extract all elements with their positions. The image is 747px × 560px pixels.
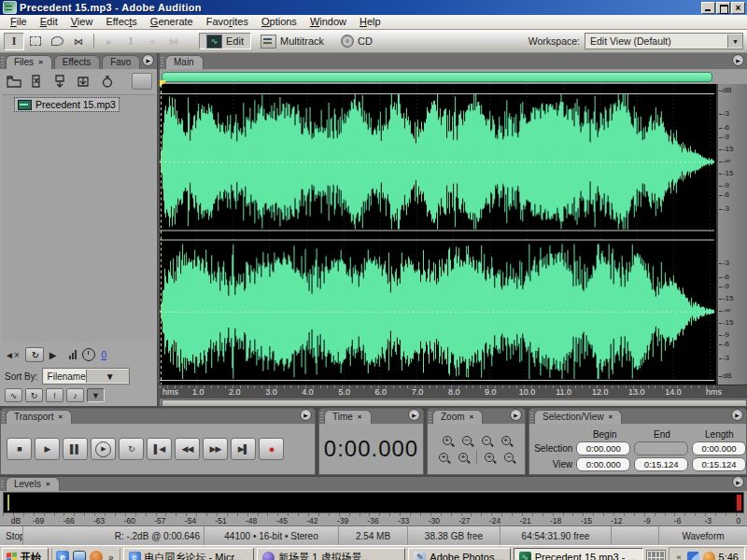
internet-explorer-icon[interactable]: e	[56, 551, 69, 560]
close-icon[interactable]: ×	[38, 59, 43, 66]
network-tray-icon[interactable]	[687, 552, 699, 560]
panel-menu-icon[interactable]: ▶	[510, 409, 522, 421]
go-to-beginning-button[interactable]: ▌◀	[147, 438, 172, 460]
filter-eye-button[interactable]: ▼	[87, 388, 105, 402]
restore-button[interactable]	[716, 2, 730, 14]
rewind-button[interactable]: ◀◀	[175, 438, 200, 460]
lasso-selection-tool-button[interactable]	[47, 33, 67, 50]
selection-field[interactable]	[634, 441, 688, 455]
scheduler-tray-icon[interactable]	[703, 552, 715, 560]
go-to-end-button[interactable]: ▶▌	[231, 438, 256, 460]
menu-file[interactable]: File	[4, 15, 34, 29]
close-icon[interactable]: ×	[46, 481, 50, 488]
show-midi-files-button[interactable]: ♪	[66, 388, 84, 402]
zoom-in-horizontally-button[interactable]: +	[438, 433, 456, 448]
insert-into-cd-project-button[interactable]	[75, 73, 93, 90]
tab-files[interactable]: Files×	[6, 55, 52, 69]
file-item-selected[interactable]: Precedent 15.mp3	[15, 98, 119, 111]
tab-selectionview[interactable]: Selection/View×	[534, 410, 622, 424]
tab-levels[interactable]: Levels×	[6, 477, 60, 491]
amplitude-ruler[interactable]: dB-3-3-6-6-9-9-15-15-∞-3-3-6-6-9-9-15-15…	[716, 84, 747, 385]
tab-effects[interactable]: Effects	[54, 55, 100, 69]
workspace-select[interactable]: Edit View (Default) ▼	[585, 33, 743, 49]
media-player-icon[interactable]	[90, 551, 103, 560]
zoom-in-to-right-edge-button[interactable]: +	[455, 450, 472, 465]
fast-forward-button[interactable]: ▶▶	[203, 438, 228, 460]
show-loop-files-button[interactable]: ↻	[25, 388, 43, 402]
close-icon[interactable]: ×	[470, 413, 474, 421]
view-field[interactable]: 0:00.000	[576, 457, 630, 471]
panel-menu-icon[interactable]: ▶	[731, 409, 743, 421]
zoom-out-horizontally-button[interactable]: −	[458, 433, 475, 448]
volume-bars-icon[interactable]	[69, 350, 77, 359]
menu-effects[interactable]: Effects	[99, 15, 143, 29]
menu-help[interactable]: Help	[353, 15, 388, 29]
menu-view[interactable]: View	[64, 15, 100, 29]
close-icon[interactable]: ×	[608, 413, 613, 421]
menu-favorites[interactable]: Favorites	[200, 15, 255, 29]
horizontal-scrollbar[interactable]	[160, 399, 747, 406]
record-button[interactable]: ●	[259, 438, 284, 460]
chevron-down-icon[interactable]: ▼	[86, 370, 129, 383]
panel-menu-icon[interactable]: ▶	[300, 409, 312, 421]
marquee-selection-tool-button[interactable]	[25, 33, 46, 50]
close-button[interactable]: ×	[731, 2, 745, 14]
edit-view-button[interactable]: ∿ Edit	[199, 33, 251, 49]
record-timer-button[interactable]	[98, 73, 117, 90]
selection-field[interactable]: 0:00.000	[692, 441, 746, 455]
time-selection-tool-button[interactable]: I	[4, 33, 24, 50]
stop-button[interactable]: ■	[7, 438, 32, 460]
advanced-options-button[interactable]	[132, 73, 152, 90]
show-desktop-icon[interactable]	[73, 551, 86, 560]
menu-edit[interactable]: Edit	[34, 15, 64, 29]
preview-play-button[interactable]: ▶	[49, 350, 57, 360]
scrub-tool-button[interactable]: ⋈	[68, 33, 89, 50]
menu-options[interactable]: Options	[255, 15, 303, 29]
input-method-keyboard-icon[interactable]	[646, 550, 666, 560]
open-file-button[interactable]	[5, 73, 23, 90]
menu-generate[interactable]: Generate	[144, 15, 200, 29]
tab-time[interactable]: Time×	[324, 410, 372, 424]
close-icon[interactable]: ×	[358, 413, 362, 421]
tab-zoom[interactable]: Zoom×	[432, 410, 483, 424]
auto-play-speaker-icon[interactable]: ◄×	[5, 350, 20, 360]
insert-into-multitrack-button[interactable]	[51, 73, 70, 90]
overflow-chevron-icon[interactable]: »	[106, 553, 116, 560]
options-button[interactable]	[107, 388, 125, 402]
zoom-to-selection-button[interactable]: +	[497, 433, 514, 448]
loop-play-button[interactable]: ↻	[25, 347, 44, 362]
view-field[interactable]: 0:15.124	[692, 457, 746, 471]
task-photoshop[interactable]: ✎Adobe Photoshop	[408, 548, 510, 560]
minimize-button[interactable]	[701, 2, 715, 14]
pause-button[interactable]: ▌▌	[63, 438, 88, 460]
zoom-navigation-bar[interactable]	[162, 72, 712, 82]
close-icon[interactable]: ×	[58, 413, 63, 421]
chevron-down-icon[interactable]: ▼	[727, 35, 742, 48]
zoom-out-vertically-button[interactable]: −	[500, 450, 518, 465]
preview-time-icon[interactable]	[82, 348, 95, 361]
play-from-cursor-button[interactable]: ▶	[91, 438, 116, 460]
task-audition[interactable]: ∿Precedent 15.mp3 - ...	[514, 548, 643, 560]
level-meter[interactable]	[3, 492, 744, 513]
task-scene-app[interactable]: 新场景 1 虚拟场景...	[257, 548, 405, 560]
selection-field[interactable]: 0:00.000	[576, 441, 630, 455]
zoom-in-to-left-edge-button[interactable]: +	[435, 450, 453, 465]
start-button[interactable]: 开始	[2, 548, 49, 560]
zoom-in-vertically-button[interactable]: +	[481, 450, 499, 465]
playhead-marker-icon[interactable]	[160, 80, 167, 87]
show-video-files-button[interactable]: !	[46, 388, 63, 402]
close-file-button[interactable]	[28, 73, 47, 90]
sort-by-select[interactable]: Filename ▼	[42, 368, 130, 385]
tray-chevron-icon[interactable]: «	[675, 553, 684, 560]
panel-menu-icon[interactable]: ▶	[142, 54, 154, 66]
tab-favo[interactable]: Favo	[102, 55, 140, 69]
cd-view-button[interactable]: CD	[333, 33, 380, 49]
panel-menu-icon[interactable]: ▶	[408, 409, 420, 421]
tab-transport[interactable]: Transport×	[6, 410, 72, 424]
show-audio-files-button[interactable]: ∿	[5, 388, 22, 402]
tab-main[interactable]: Main	[165, 55, 204, 69]
preview-duration-value[interactable]: 0	[101, 350, 106, 360]
task-internet-explorer[interactable]: e电白同乡论坛 - Micr...	[123, 548, 255, 560]
play-button[interactable]: ▶	[35, 438, 60, 460]
file-list[interactable]: Precedent 15.mp3	[2, 94, 155, 343]
